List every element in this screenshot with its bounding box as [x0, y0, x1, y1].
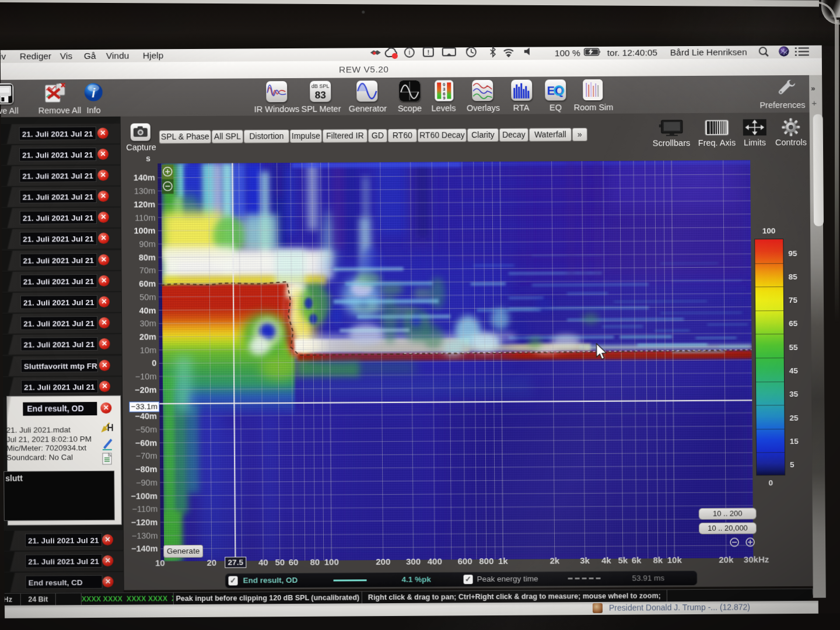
svg-text:83: 83 — [315, 90, 326, 101]
svg-text:dB SPL: dB SPL — [312, 83, 330, 89]
svg-text:i: i — [408, 48, 410, 57]
svg-text:!: ! — [427, 49, 429, 56]
svg-text:9: 9 — [443, 95, 445, 100]
svg-text:i: i — [92, 86, 96, 100]
